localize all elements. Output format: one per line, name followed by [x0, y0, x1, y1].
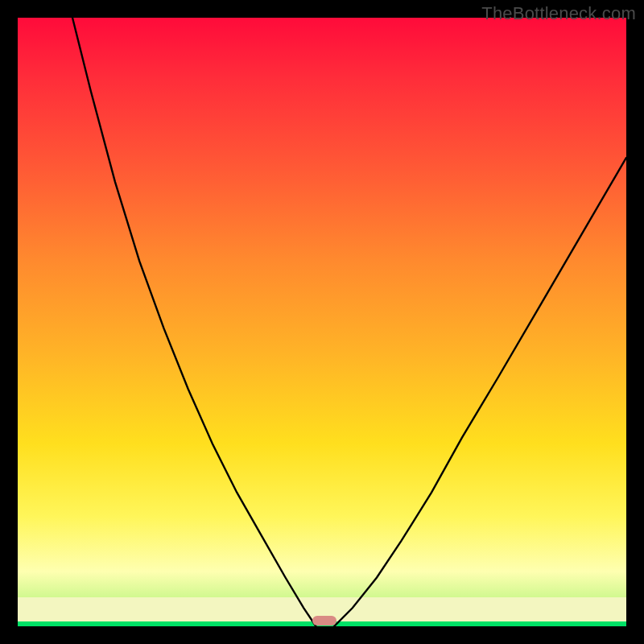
plot-area — [18, 18, 626, 626]
min-marker — [312, 616, 336, 625]
bottleneck-curve — [18, 18, 626, 626]
watermark-text: TheBottleneck.com — [481, 3, 636, 24]
chart-frame: TheBottleneck.com — [0, 0, 644, 644]
curve-path — [72, 18, 626, 626]
